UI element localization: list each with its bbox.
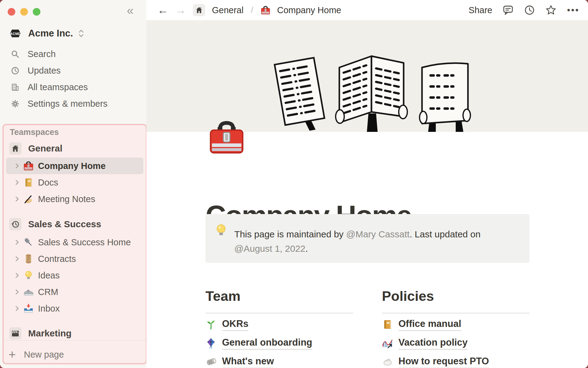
collapse-sidebar-icon[interactable]: «: [127, 4, 134, 17]
sneaker-icon: [23, 287, 34, 297]
breadcrumb: ← → General / Compan: [146, 4, 341, 16]
policies-column: Policies Office manual Vacation policy: [382, 288, 530, 368]
callout-segment: . Last updated on: [409, 229, 481, 239]
gear-icon: [11, 100, 19, 108]
breadcrumb-separator: /: [251, 6, 253, 15]
close-window-button[interactable]: [8, 8, 15, 16]
teamspaces-section-label: Teamspaces: [10, 128, 59, 137]
comment-icon[interactable]: [503, 5, 514, 16]
notion-window: « ACME Acme Inc. Search Updates: [0, 0, 588, 368]
column-heading: Team: [205, 288, 353, 304]
house-icon: [11, 144, 19, 152]
teamspace-name: General: [28, 143, 62, 154]
zoom-window-button[interactable]: [33, 8, 40, 16]
microphone-icon: [23, 237, 34, 247]
page-icon-toolbox[interactable]: [206, 120, 247, 156]
building-icon: [11, 83, 19, 91]
more-options-icon[interactable]: •••: [567, 5, 579, 15]
forward-arrow-icon[interactable]: →: [175, 5, 186, 16]
chevron-right-icon[interactable]: [13, 195, 21, 203]
topbar: ← → General / Compan: [146, 0, 588, 20]
sidebar-page-ideas[interactable]: Ideas: [0, 267, 146, 284]
column-heading: Policies: [382, 288, 530, 304]
chevron-right-icon[interactable]: [13, 288, 21, 296]
orange-book-icon: [382, 319, 393, 330]
team-column: Team OKRs General onboarding: [205, 288, 353, 368]
sidebar-teamspace-marketing[interactable]: Marketing: [0, 325, 146, 342]
page-cover[interactable]: [146, 20, 588, 132]
sidebar-page-sales-success-home[interactable]: Sales & Success Home: [0, 234, 146, 251]
dove-icon: [382, 356, 393, 367]
chevron-right-icon[interactable]: [13, 239, 21, 246]
lightbulb-icon: [214, 223, 228, 237]
page-name: Ideas: [38, 270, 60, 281]
search-icon: [11, 50, 19, 58]
page-link-vacation-policy[interactable]: Vacation policy: [382, 335, 530, 351]
new-page-button[interactable]: + New page: [0, 346, 146, 363]
page-link-label: How to request PTO: [398, 356, 489, 368]
sidebar-item-label: All teamspaces: [28, 82, 88, 92]
breadcrumb-teamspace-chip[interactable]: [193, 4, 205, 16]
breadcrumb-item-current[interactable]: Company Home: [277, 5, 341, 15]
callout-segment: .: [305, 243, 308, 254]
writing-hand-icon: [23, 194, 34, 204]
lightbulb-icon: [23, 270, 34, 281]
page-link-office-manual[interactable]: Office manual: [382, 317, 530, 332]
page-name: Docs: [38, 178, 58, 188]
callout-block[interactable]: This page is maintained by @Mary Cassatt…: [205, 214, 530, 263]
sidebar-item-updates[interactable]: Updates: [0, 62, 146, 79]
seedling-icon: [205, 319, 217, 330]
minimize-window-button[interactable]: [20, 8, 28, 16]
chevron-right-icon[interactable]: [13, 179, 21, 186]
sidebar-teamspace-general[interactable]: General: [0, 140, 146, 157]
page-link-whats-new[interactable]: What's new: [205, 354, 353, 368]
scroll-icon: [23, 254, 34, 264]
page-name: Inbox: [38, 304, 60, 314]
sidebar-item-settings[interactable]: Settings & members: [0, 95, 146, 112]
topbar-actions: Share •••: [469, 5, 588, 16]
share-button[interactable]: Share: [469, 5, 492, 15]
sidebar-page-meeting-notes[interactable]: Meeting Notes: [0, 191, 146, 207]
back-arrow-icon[interactable]: ←: [157, 5, 168, 16]
kite-icon: [205, 338, 217, 349]
person-mention[interactable]: @Mary Cassatt: [346, 229, 409, 239]
chevron-right-icon[interactable]: [13, 305, 21, 312]
new-page-label: New page: [24, 350, 64, 360]
chevron-right-icon[interactable]: [13, 272, 21, 279]
page-link-label: General onboarding: [222, 337, 312, 350]
acme-logo-icon: ACME: [9, 27, 21, 40]
cover-illustration: [267, 52, 485, 132]
date-mention[interactable]: @August 1, 2022: [234, 243, 305, 254]
page-name: Company Home: [38, 161, 106, 171]
star-icon[interactable]: [545, 5, 556, 16]
page-link-okrs[interactable]: OKRs: [205, 317, 353, 332]
page-link-label: Office manual: [398, 318, 461, 331]
roller-coaster-icon: [382, 338, 393, 349]
chevron-right-icon[interactable]: [13, 162, 21, 170]
sidebar-item-search[interactable]: Search: [0, 46, 146, 62]
sidebar-page-docs[interactable]: Docs: [0, 174, 146, 191]
teamspace-icon-chip: [9, 327, 21, 339]
history-clock-icon: [11, 220, 20, 228]
page-name: Meeting Notes: [38, 194, 95, 204]
sidebar-item-all-teamspaces[interactable]: All teamspaces: [0, 79, 146, 95]
newspaper-icon: [205, 356, 217, 367]
heading-divider: [382, 313, 530, 313]
breadcrumb-item[interactable]: General: [212, 5, 243, 15]
page-link-label: Vacation policy: [398, 337, 468, 350]
sidebar-teamspace-sales-success[interactable]: Sales & Success: [0, 216, 146, 232]
history-clock-icon[interactable]: [524, 5, 535, 16]
page-link-label: OKRs: [222, 318, 248, 331]
page-link-general-onboarding[interactable]: General onboarding: [205, 335, 353, 351]
sidebar-page-company-home[interactable]: Company Home: [0, 158, 146, 174]
page-link-request-pto[interactable]: How to request PTO: [382, 354, 530, 368]
sidebar-page-crm[interactable]: CRM: [0, 284, 146, 300]
notebook-icon: [23, 177, 34, 188]
svg-text:ACME: ACME: [10, 32, 21, 36]
page-name: Contracts: [38, 254, 76, 264]
chevron-right-icon[interactable]: [13, 255, 21, 263]
workspace-switcher[interactable]: ACME Acme Inc.: [9, 27, 85, 40]
sidebar-page-inbox[interactable]: Inbox: [0, 300, 146, 317]
sidebar-page-contracts[interactable]: Contracts: [0, 251, 146, 267]
teamspace-name: Sales & Success: [28, 219, 101, 229]
